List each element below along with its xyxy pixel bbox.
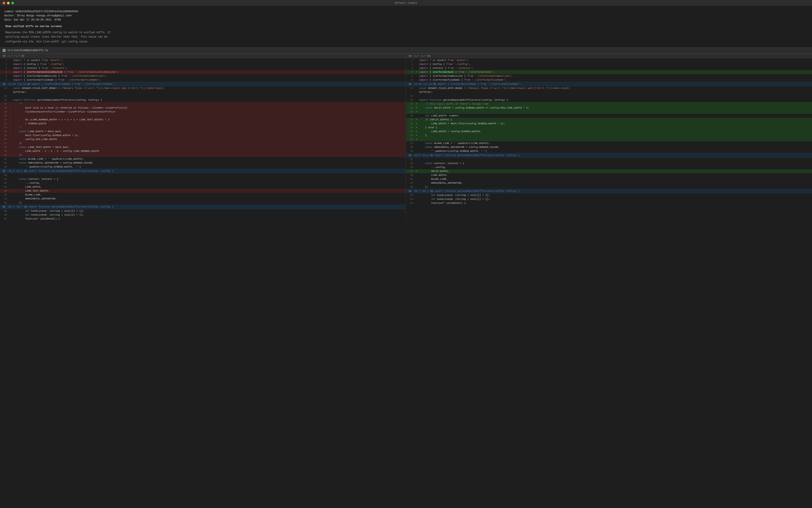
diff-line: 3 import { Context } from './context'; [406,66,812,70]
main-content[interactable]: commit 5a00d16095a255b57c762289fa434e180… [0,6,812,508]
diff-line: 36 const context: Context = { [0,177,406,181]
diff-line: 23 - */ [0,126,406,129]
diff-line: 14 const BINARY_FILES_DIFF_REGEX = /^Bin… [0,86,406,90]
diff-line: 6 import { iterFormatFileName } from './… [406,78,812,82]
diff-line: 29 - LINE_WIDTH - 1 - 1 - 1 - config.LIN… [0,149,406,153]
hunk-header-right-1: @@ -1,7 +1,7 @@ [406,53,812,58]
diff-line: 58 let hunkLinesA: (string | null)[] = [… [0,209,406,213]
minimize-button[interactable] [7,2,10,4]
maximize-button[interactable] [11,2,14,4]
diff-line: 17 + // Only split diffs if there's enou… [406,102,812,106]
diff-line: 23 + } else { [406,126,812,129]
diff-line: 42 }; [0,201,406,205]
hunk-sep-left: @@ -14,20 +14,16 @@ import { iterFormatF… [0,82,406,86]
diff-line: 18 - Each line in a hunk is rendered as … [0,106,406,110]
diff-line: 33 ...config, [406,165,812,169]
diff-line: 28 const HORIZONTAL_SEPARATOR = config.B… [406,145,812,149]
diff-line: 4 - import { iterFormatHunkSideBySide } … [0,70,406,74]
diff-line: 22 + LINE_WIDTH = Math.floor(config.SCRE… [406,122,812,126]
diff-line: 15 [0,94,406,98]
diff-line: 20 - [0,114,406,118]
hunk-sep-right-3: @@ -58,7 +54,7 @@ export function getSid… [406,189,812,193]
diff-line: 20 let LINE_WIDTH: number; [406,114,812,118]
diff-line: 16 export function getSideBySideDiffIter… [0,98,406,102]
diff-line: 31 [406,158,812,161]
diff-container: @@ -1,7 +1,7 @@ 1 import * as assert fro… [0,53,812,221]
diff-line: 56 function* yieldHunk() { [406,201,812,205]
diff-line: 32 const HORIZONTAL_SEPARATOR = config.B… [0,161,406,165]
diff-line: 25 - Math.floor(config.SCREEN_WIDTH / 2)… [0,133,406,137]
close-button[interactable] [3,2,5,4]
diff-line: 16 export function getSideBySideDiffIter… [406,98,812,102]
diff-line: 60 function* yieldHunk() { [0,217,406,221]
diff-line: 28 - const LINE_TEXT_WIDTH = Math.max( [0,145,406,149]
diff-line: 14 const BINARY_FILES_DIFF_REGEX = /^Bin… [406,86,812,90]
hunk-header-left-1: @@ -1,7 +1,7 @@ [0,53,406,58]
diff-line: 36 BLANK_LINE, [406,177,812,181]
diff-line: 2 import { Config } from './config'; [406,62,812,66]
diff-pane-left: @@ -1,7 +1,7 @@ 1 import * as assert fro… [0,53,406,221]
diff-line: 17 - /* [0,102,406,106]
commit-date: Date: Sat Apr 17 20:20:56 2021 -0700 [4,18,808,22]
diff-line: 27 const BLANK_LINE = ''.padStart(LINE_W… [406,141,812,145]
diff-line: 34 + SPLIT_DIFFS, [406,169,812,173]
diff-line: 21 - So (LINE_NUMBER_WIDTH + 1 + 1 + 1 +… [0,118,406,122]
hunk-sep-right: @@ -14,20 +14,16 @@ import { iterFormatF… [406,82,812,86]
diff-line: differ$/; [406,90,812,94]
diff-line: 41 HORIZONTAL_SEPARATOR, [0,197,406,201]
hunk-sep-right-2: @@ -35,8 +31,8 @@ export function getSid… [406,153,812,158]
commit-info: commit 5a00d16095a255b57c762289fa434e180… [0,6,812,46]
commit-hash: commit 5a00d16095a255b57c762289fa434e180… [4,10,808,14]
commit-body: Repurposes the MIN_LINE_WIDTH config to … [4,30,808,44]
diff-line: 27 - ); [0,141,406,145]
diff-line: 25 + } [406,133,812,137]
diff-line: 54 let hunkLinesA: (string | null)[] = [… [406,193,812,197]
diff-line: 59 let hunkLinesB: (string | null)[] = [… [0,213,406,217]
diff-line: 29 ''.padStart(config.SCREEN_WIDTH, '-') [406,149,812,153]
diff-line: 21 + if (SPLIT_DIFFS) { [406,118,812,122]
diff-line: differ$/; [0,90,406,94]
diff-line: 5 import { iterFormatCommitLine } from '… [0,74,406,78]
diff-line: 55 let hunkLinesB: (string | null)[] = [… [406,197,812,201]
diff-line: 22 - = SCREEN_WIDTH [0,122,406,126]
diff-line: 26 + [406,137,812,141]
diff-line: 1 import * as assert from 'assert'; [0,58,406,62]
diff-line: 35 LINE_WIDTH, [406,173,812,177]
diff-line: 2 import { Config } from './config'; [0,62,406,66]
diff-line: 37 HORIZONTAL_SEPARATOR, [406,181,812,185]
diff-line: 30 - ); [0,153,406,157]
commit-author: Author: Shrey Banga <banga.shrey@gmail.c… [4,14,808,18]
diff-line: 38 }; [406,185,812,189]
file-header: src/iterSideBySideDiffs.ts [0,47,812,53]
file-name: src/iterSideBySideDiffs.ts [7,49,48,52]
diff-line: 6 import { iterFormatFileName } from './… [0,78,406,82]
diff-line: 18 + const SPLIT_DIFFS = config.SCREEN_W… [406,106,812,110]
window-controls[interactable] [3,2,14,4]
diff-line: 24 + LINE_WIDTH = config.SCREEN_WIDTH; [406,129,812,133]
diff-line: 26 - config.MIN_LINE_WIDTH [0,137,406,141]
titlebar: Default (node) [0,0,812,6]
diff-line: 31 const BLANK_LINE = ''.padStart(LINE_W… [0,157,406,161]
diff-pane-right: @@ -1,7 +1,7 @@ 1 import * as assert fro… [406,53,812,221]
file-icon [3,49,6,52]
window-title: Default (node) [395,2,417,5]
hunk-sep-left-3: @@ -58,7 +54,7 @@ export function getSid… [0,205,406,209]
diff-line: 5 import { iterFormatCommitLine } from '… [406,74,812,78]
diff-line: 19 - <lineWithoutPrefix><lineNo> <linePr… [0,110,406,114]
diff-line: 37 ...config, [0,181,406,185]
diff-line: 1 import * as assert from 'assert'; [406,58,812,62]
diff-line: 19 + [406,110,812,114]
commit-subject: Show unified diffs on narrow screens [4,25,808,29]
diff-line: 33 ''.padStart(config.SCREEN_WIDTH, '-') [0,165,406,169]
hunk-sep-left-2: @@ -35,8 +31,8 @@ export function getSid… [0,169,406,173]
diff-line: 38 LINE_WIDTH, [0,185,406,189]
diff-line: 24 - const LINE_WIDTH = Math.max( [0,129,406,133]
diff-line: 35 [0,173,406,177]
diff-line: 39 - LINE_TEXT_WIDTH, [0,189,406,193]
diff-line: 4 + import { iterFormatHunk } from './it… [406,70,812,74]
diff-line: 32 const context: Context = { [406,161,812,165]
diff-line: 40 BLANK_LINE, [0,193,406,197]
diff-line: 3 import { Context } from './context'; [0,66,406,70]
diff-line: 15 [406,94,812,98]
